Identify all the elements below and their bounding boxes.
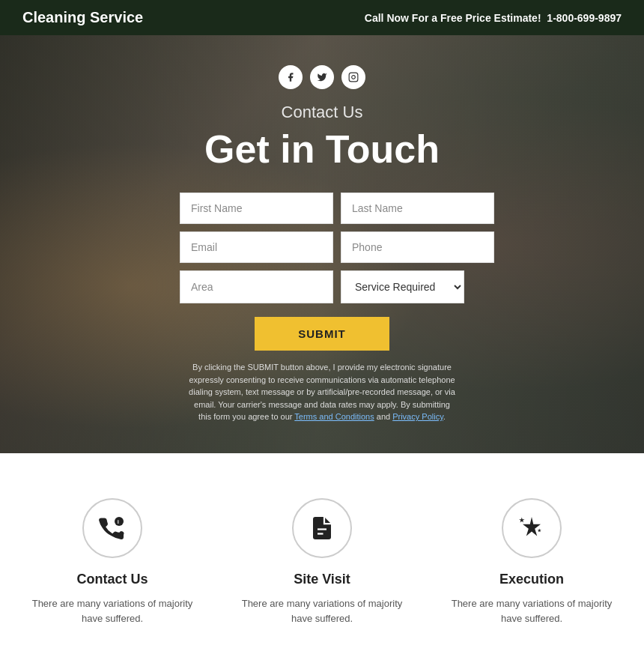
header-phone-cta: Call Now For a Free Price Estimate! 1-80…: [365, 12, 622, 24]
site-header: Cleaning Service Call Now For a Free Pri…: [0, 0, 644, 35]
features-section: i Contact Us There are many variations o…: [0, 453, 644, 655]
hero-section: Contact Us Get in Touch Service Required…: [0, 35, 644, 453]
site-visit-icon: [292, 498, 352, 558]
execution-icon: [502, 498, 562, 558]
feature-site-visit-desc: There are many variations of majority ha…: [240, 596, 404, 628]
feature-site-visit: Site Visit There are many variations of …: [240, 498, 404, 628]
form-row-name: [180, 193, 464, 224]
terms-link[interactable]: Terms and Conditions: [294, 412, 374, 421]
feature-contact: i Contact Us There are many variations o…: [30, 498, 195, 628]
email-input[interactable]: [180, 231, 333, 263]
submit-button[interactable]: SUBMIT: [255, 317, 389, 351]
form-row-service: Service Required House Cleaning Office C…: [180, 270, 464, 303]
svg-point-2: [115, 517, 124, 526]
svg-text:i: i: [118, 518, 119, 525]
form-row-contact: [180, 231, 464, 263]
svg-marker-8: [538, 528, 541, 532]
feature-execution-title: Execution: [499, 572, 564, 587]
feature-site-visit-title: Site Visit: [294, 572, 350, 587]
logo: Cleaning Service: [22, 9, 143, 26]
phone-input[interactable]: [341, 231, 494, 263]
cta-text: Call Now For a Free Price Estimate!: [365, 12, 541, 24]
contact-form: Service Required House Cleaning Office C…: [180, 193, 464, 351]
contact-label: Contact Us: [282, 103, 363, 122]
service-required-select[interactable]: Service Required House Cleaning Office C…: [341, 270, 464, 303]
social-icons-row: [279, 65, 365, 89]
phone-number[interactable]: 1-800-699-9897: [547, 12, 622, 24]
svg-marker-7: [519, 517, 524, 522]
first-name-input[interactable]: [180, 193, 333, 224]
svg-marker-6: [523, 517, 541, 536]
facebook-icon[interactable]: [279, 65, 303, 89]
feature-contact-desc: There are many variations of majority ha…: [30, 596, 195, 628]
instagram-icon[interactable]: [341, 65, 365, 89]
twitter-icon[interactable]: [310, 65, 334, 89]
hero-content: Contact Us Get in Touch Service Required…: [0, 35, 644, 453]
svg-rect-0: [349, 73, 358, 82]
feature-execution-desc: There are many variations of majority ha…: [449, 596, 614, 628]
last-name-input[interactable]: [341, 193, 494, 224]
hero-heading: Get in Touch: [204, 127, 440, 172]
contact-icon: i: [82, 498, 142, 558]
disclaimer-text: By clicking the SUBMIT button above, I p…: [187, 361, 457, 423]
privacy-link[interactable]: Privacy Policy: [392, 412, 443, 421]
feature-execution: Execution There are many variations of m…: [449, 498, 614, 628]
feature-contact-title: Contact Us: [76, 572, 148, 587]
area-input[interactable]: [180, 270, 333, 303]
